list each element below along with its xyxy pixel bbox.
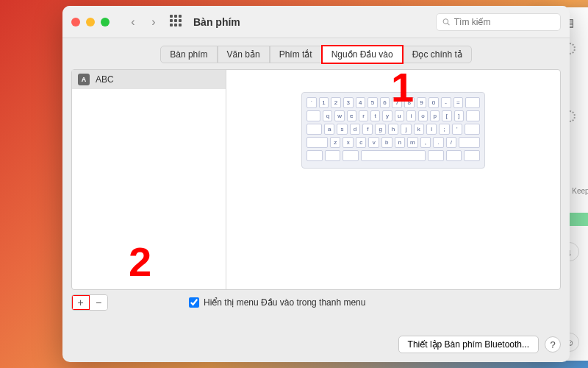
more-icon[interactable]: ⋮ [584,16,588,29]
spacebar-key [361,150,426,161]
minimize-icon[interactable] [86,18,95,26]
show-input-menu-row[interactable]: Hiển thị menu Đầu vào trong thanh menu [189,297,365,308]
input-source-list: A ABC [72,70,226,289]
remove-button[interactable]: − [90,295,107,310]
modifier-key [464,150,480,161]
preferences-window: ‹ › Bàn phím Bàn phím Văn bản Phím tắt N… [62,6,570,362]
key: 2 [331,97,341,108]
key: v [368,137,379,148]
key: 6 [380,97,390,108]
key: - [441,97,451,108]
key: w [334,110,344,121]
keyboard-layout: `1234567890-=qwertyuiop[]asdfghjkl;'zxcv… [301,92,485,169]
modifier-key [465,124,480,135]
key: ; [439,124,449,135]
add-remove-group: + − [71,294,108,311]
modifier-key [428,150,444,161]
key: r [359,110,368,121]
key: y [382,110,392,121]
key: n [395,137,406,148]
key: d [350,124,360,135]
forward-button[interactable]: › [145,14,162,30]
modifier-key [306,150,323,161]
modifier-key [459,137,480,148]
key: 1 [319,97,329,108]
key: i [406,110,416,121]
tab-bar: Bàn phím Văn bản Phím tắt Nguồn Đầu vào … [62,38,570,69]
footer: Thiết lập Bàn phím Bluetooth... ? [398,336,561,353]
modifier-key [343,150,359,161]
key: ` [306,97,317,108]
key: 0 [429,97,439,108]
key: m [407,137,418,148]
key: ] [454,110,464,121]
keyboard-preview: `1234567890-=qwertyuiop[]asdfghjkl;'zxcv… [226,70,560,289]
key: p [430,110,440,121]
key: 9 [417,97,427,108]
key: ' [452,124,462,135]
tab-text[interactable]: Văn bản [218,46,270,63]
show-input-menu-checkbox[interactable] [189,297,199,308]
modifier-key [466,110,480,121]
key: g [375,124,385,135]
modifier-key [465,97,480,108]
key: e [347,110,356,121]
tab-input-sources[interactable]: Nguồn Đầu vào [322,46,403,63]
key: t [370,110,380,121]
key: f [362,124,373,135]
help-button[interactable]: ? [545,336,561,353]
key: h [388,124,398,135]
search-icon [442,18,451,26]
modifier-key [306,137,328,148]
add-button[interactable]: + [72,295,90,310]
key: 8 [404,97,415,108]
key: = [453,97,464,108]
bottom-controls: + − Hiển thị menu Đầu vào trong thanh me… [71,294,561,311]
source-name: ABC [96,74,114,85]
key: u [395,110,404,121]
modifier-key [325,150,341,161]
checkbox-label: Hiển thị menu Đầu vào trong thanh menu [204,297,365,308]
key: a [324,124,334,135]
key: 5 [368,97,378,108]
key: , [420,137,431,148]
window-title: Bàn phím [193,16,240,28]
content-area: A ABC `1234567890-=qwertyuiop[]asdfghjkl… [71,69,561,290]
key: [ [442,110,451,121]
maximize-icon[interactable] [101,18,110,26]
key: c [356,137,367,148]
key: b [381,137,392,148]
modifier-key [446,150,462,161]
key: q [323,110,332,121]
window-controls [71,18,110,26]
close-icon[interactable] [71,18,80,26]
source-icon: A [78,74,90,85]
key: / [446,137,457,148]
key: k [414,124,424,135]
modifier-key [306,110,320,121]
key: s [337,124,347,135]
tab-dictation[interactable]: Đọc chính tả [403,46,472,63]
search-input[interactable] [454,17,554,27]
tab-keyboard[interactable]: Bàn phím [160,46,217,63]
back-button[interactable]: ‹ [124,14,142,30]
key: j [401,124,411,135]
key: z [330,137,341,148]
key: 7 [392,97,402,108]
key: . [433,137,444,148]
tab-shortcuts[interactable]: Phím tắt [270,46,322,63]
source-item-abc[interactable]: A ABC [72,70,226,89]
key: x [343,137,354,148]
key: l [426,124,437,135]
show-all-icon[interactable] [170,15,184,29]
key: 3 [343,97,354,108]
titlebar: ‹ › Bàn phím [62,6,570,38]
key: o [418,110,428,121]
key: 4 [356,97,366,108]
bluetooth-setup-button[interactable]: Thiết lập Bàn phím Bluetooth... [398,336,539,353]
search-field[interactable] [436,13,561,31]
modifier-key [306,124,322,135]
keep-label: Keep [572,187,588,195]
